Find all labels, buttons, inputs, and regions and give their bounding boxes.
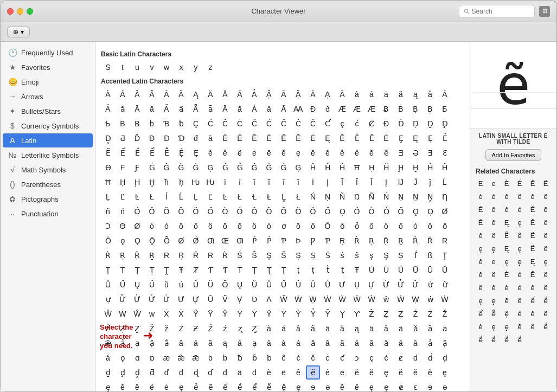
char-cell[interactable]: Č xyxy=(306,117,320,131)
char-cell[interactable]: ī xyxy=(277,175,291,189)
char-cell[interactable]: Ế xyxy=(116,146,130,160)
char-cell[interactable]: Ẃ xyxy=(350,292,364,306)
char-cell[interactable]: Ė xyxy=(379,131,393,145)
char-cell[interactable]: Ă xyxy=(174,87,188,101)
char-cell[interactable]: Ǭ xyxy=(145,234,159,248)
char-cell[interactable]: Ẇ xyxy=(116,307,130,321)
char-cell[interactable]: ą xyxy=(350,322,364,336)
char-cell[interactable]: è xyxy=(262,365,276,380)
char-cell[interactable]: ƀ xyxy=(174,117,188,131)
sidebar-item-frequently-used[interactable]: 🕐 Frequently Used xyxy=(3,46,93,60)
char-cell[interactable]: Ḥ xyxy=(364,160,379,175)
char-cell[interactable]: Ṛ xyxy=(116,248,130,262)
sidebar-item-letterlike[interactable]: № Letterlike Symbols xyxy=(3,148,93,162)
char-cell[interactable]: ḋ xyxy=(423,351,437,365)
char-cell[interactable]: Ƞ xyxy=(438,190,452,204)
char-cell[interactable]: v xyxy=(145,60,159,74)
char-cell[interactable]: Ẑ xyxy=(364,307,379,321)
related-char[interactable]: ê xyxy=(501,203,513,215)
char-cell[interactable]: Ď xyxy=(130,131,144,145)
related-char[interactable]: ĕ xyxy=(514,320,526,332)
char-cell[interactable]: ś xyxy=(335,248,349,262)
related-char[interactable]: E xyxy=(475,177,486,189)
char-cell[interactable]: Ō xyxy=(277,204,291,219)
related-char[interactable]: ë xyxy=(514,190,526,202)
char-cell[interactable]: Â xyxy=(130,87,144,101)
char-cell[interactable]: Ƕ xyxy=(189,175,203,189)
related-char[interactable]: ê xyxy=(527,190,539,202)
char-cell[interactable]: Đ xyxy=(145,131,159,145)
char-cell[interactable]: Ü xyxy=(394,263,408,277)
char-cell[interactable]: Ẹ xyxy=(423,131,437,145)
char-cell[interactable]: b xyxy=(203,351,217,365)
char-cell[interactable]: ǎ xyxy=(306,336,320,350)
char-cell[interactable]: ƈ xyxy=(335,351,349,365)
char-cell[interactable]: Ṗ xyxy=(262,234,276,248)
char-cell[interactable]: Į xyxy=(321,175,335,189)
char-cell[interactable]: á xyxy=(101,351,115,365)
char-cell[interactable]: ṭ xyxy=(335,263,349,277)
char-cell[interactable]: ő xyxy=(189,219,203,233)
char-cell[interactable]: Ā xyxy=(306,87,320,101)
char-cell[interactable]: Ử xyxy=(145,292,159,306)
char-cell[interactable]: Ș xyxy=(394,248,408,262)
related-char[interactable]: ê xyxy=(475,255,486,267)
char-cell[interactable]: å xyxy=(379,322,393,336)
char-cell[interactable]: É xyxy=(233,131,247,145)
char-cell[interactable]: Ƣ xyxy=(203,234,217,248)
char-cell[interactable]: ŝ xyxy=(350,248,364,262)
char-cell[interactable]: ĭ xyxy=(291,175,305,189)
char-cell[interactable]: Ṱ xyxy=(159,263,174,277)
related-char[interactable]: ë xyxy=(488,268,500,280)
char-cell[interactable]: Ŷ xyxy=(189,307,203,321)
char-cell[interactable]: Ṭ xyxy=(247,263,261,277)
char-cell[interactable]: Ĉ xyxy=(218,117,232,131)
char-cell[interactable]: Ē xyxy=(277,131,291,145)
char-cell[interactable]: Ẉ xyxy=(408,292,422,306)
char-cell[interactable]: Õ xyxy=(262,204,276,219)
char-cell[interactable]: ő xyxy=(306,219,320,233)
char-cell[interactable]: ő xyxy=(394,219,408,233)
char-cell[interactable]: ǒ xyxy=(335,219,349,233)
char-cell[interactable]: Ŭ xyxy=(203,292,217,306)
char-cell[interactable]: Ǫ xyxy=(130,234,144,248)
char-cell[interactable]: Ǧ xyxy=(218,160,232,175)
char-cell[interactable]: ā xyxy=(394,336,408,350)
related-char[interactable]: ě xyxy=(475,281,486,293)
char-cell[interactable]: ê xyxy=(350,146,364,160)
related-char[interactable]: ę xyxy=(514,242,526,254)
char-cell[interactable]: Ƿ xyxy=(306,234,320,248)
char-cell[interactable]: Ề xyxy=(130,146,144,160)
char-cell[interactable]: È xyxy=(218,131,232,145)
char-cell[interactable]: Ć xyxy=(262,117,276,131)
char-cell[interactable]: Ã xyxy=(145,87,159,101)
char-cell[interactable]: Ƃ xyxy=(438,102,452,116)
char-cell[interactable]: Ǧ xyxy=(233,160,247,175)
char-cell[interactable]: ç xyxy=(364,351,379,365)
related-char[interactable]: è xyxy=(501,281,513,293)
char-cell[interactable]: ā xyxy=(262,336,276,350)
char-cell[interactable]: F xyxy=(116,160,130,175)
char-cell[interactable]: Ừ xyxy=(130,292,144,306)
char-cell[interactable]: Ƀ xyxy=(130,117,144,131)
char-cell[interactable]: ā xyxy=(145,102,159,116)
search-input[interactable] xyxy=(472,8,530,15)
char-cell[interactable]: Ẍ xyxy=(174,307,188,321)
related-char[interactable]: Ë xyxy=(527,229,539,241)
char-cell[interactable]: Ę xyxy=(321,131,335,145)
char-cell[interactable]: Ó xyxy=(130,204,144,219)
char-cell[interactable]: ě xyxy=(423,365,437,380)
char-cell[interactable]: Ṙ xyxy=(218,248,232,262)
related-char[interactable]: ê xyxy=(501,190,513,202)
char-cell[interactable]: Ċ xyxy=(233,117,247,131)
char-cell[interactable]: Ẅ xyxy=(335,292,349,306)
char-cell[interactable]: B xyxy=(116,117,130,131)
related-char[interactable]: È xyxy=(501,268,513,280)
char-cell[interactable]: Ṋ xyxy=(423,190,437,204)
char-cell[interactable]: ō xyxy=(291,219,305,233)
char-cell[interactable]: Ệ xyxy=(174,146,188,160)
char-cell[interactable]: Ġ xyxy=(277,160,291,175)
char-cell[interactable]: á xyxy=(291,336,305,350)
char-cell[interactable]: Á xyxy=(116,87,130,101)
char-cell[interactable]: Ể xyxy=(145,146,159,160)
